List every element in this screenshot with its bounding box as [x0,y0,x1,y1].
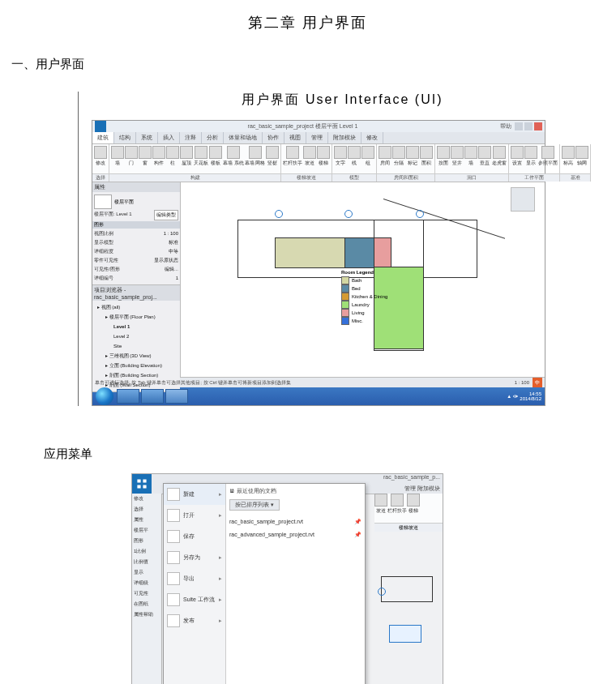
appmenu-item[interactable]: 另存为▸ [164,547,225,568]
ribbon-button[interactable]: 竖井 [451,146,464,167]
appmenu-item-label: 新建 [183,490,195,498]
edit-type-btn[interactable]: 编辑类型 [154,210,178,220]
ribbon-button[interactable]: 墙 [464,146,477,167]
status-left: 单击可进行选择; 按 Tab 键并单击可选择其他项目; 按 Ctrl 键并单击可… [95,378,291,387]
ribbon-button[interactable]: 文字 [334,146,347,167]
app-menu-corner[interactable] [95,121,106,132]
property-row[interactable]: 可见性/图形编辑... [94,265,178,274]
ribbon-tab[interactable]: 建筑 [92,132,114,143]
ribbon-tab[interactable]: 注释 [180,132,202,143]
pin-icon[interactable]: 📌 [354,528,361,541]
recent-file-row[interactable]: rac_basic_sample_project.rvt📌 [229,515,361,528]
appmenu-item-label: 打开 [183,511,195,519]
tool-icon [180,146,193,159]
canvas[interactable]: Room Legend BathBedKitchen & DiningLaund… [181,182,545,377]
ribbon-tab[interactable]: 结构 [114,132,136,143]
ribbon-button[interactable]: 垂直 [478,146,491,167]
task-item[interactable] [141,389,164,404]
export-icon [167,572,180,585]
ribbon-button[interactable]: 线 [348,146,361,167]
ribbon-button[interactable]: 幕墙 系统 [223,146,244,167]
property-row[interactable]: 视图比例1 : 100 [94,229,178,238]
ribbon-button[interactable]: 窗 [139,146,152,167]
viewcube[interactable] [511,187,535,212]
ribbon-tab[interactable]: 系统 [136,132,158,143]
ribbon-tab[interactable]: 修改 [361,132,383,143]
appmenu-item-label: 导出 [183,575,195,583]
ribbon-tab[interactable]: 协作 [263,132,284,143]
ribbon-button[interactable]: 栏杆扶手 [283,146,302,167]
recent-header-icon: 🗎 [229,488,235,494]
appmenu-item[interactable]: Suite 工作流▸ [164,589,225,610]
ribbon-button[interactable]: 组 [361,146,374,167]
tray-icon[interactable]: ▲ [507,394,511,399]
ribbon-button[interactable]: 天花板 [194,146,208,167]
ribbon-button[interactable]: 柱 [166,146,179,167]
ribbon-button[interactable]: 楼板 [209,146,222,167]
appmenu-item[interactable]: 发布▸ [164,610,225,631]
ribbon-tab[interactable]: 分析 [202,132,224,143]
ribbon-button[interactable]: 门 [125,146,138,167]
task-item[interactable] [165,389,188,404]
start-button[interactable] [96,387,113,405]
help-hint[interactable]: 帮助 [500,122,511,130]
ribbon-button[interactable]: 显示 [524,146,537,167]
tree-node[interactable]: ▸ 立面 (Building Elevation) [97,361,178,370]
leftstrip-label: 可见性 [132,588,161,599]
tree-node[interactable]: Level 2 [97,331,178,341]
tool-icon [166,146,179,159]
tree-node[interactable]: Site [97,341,178,351]
recent-file-row[interactable]: rac_advanced_sample_project.rvt📌 [229,528,361,541]
maximize-icon[interactable] [524,122,533,130]
tool-icon [317,146,330,159]
task-item[interactable] [117,389,139,404]
ime-indicator[interactable]: 中 [533,378,542,387]
ribbon-button[interactable]: 坡道 [374,494,387,523]
ribbon-button[interactable]: 楼梯 [317,146,330,167]
section-1-heading: 一、用户界面 [11,57,605,72]
ribbon-tab[interactable]: 视图 [284,132,306,143]
ribbon-button[interactable]: 设置 [511,146,524,167]
ribbon-button[interactable]: 轴网 [575,146,588,167]
ribbon-button[interactable]: 面积 [420,146,433,167]
ribbon-button[interactable]: 墙 [111,146,124,167]
ribbon-button[interactable]: 标高 [562,146,575,167]
tree-node[interactable]: ▸ 楼层平面 (Floor Plan) [97,312,178,322]
ribbon-tab[interactable]: 体量和场地 [224,132,263,143]
ribbon-button[interactable]: 标记 [406,146,419,167]
ribbon-button[interactable]: 老虎窗 [492,146,507,167]
ribbon-tab[interactable]: 附加模块 [328,132,361,143]
ribbon-button[interactable]: 修改 [94,146,107,167]
ribbon-button[interactable]: 参照平面 [538,146,558,167]
ribbon-button[interactable]: 幕墙 网格 [245,146,266,167]
minimize-icon[interactable] [515,122,523,130]
ribbon-button[interactable]: 竖梃 [266,146,279,167]
property-row[interactable]: 详细程度中等 [94,247,178,256]
ribbon-button[interactable]: 屋顶 [180,146,193,167]
pin-icon[interactable]: 📌 [354,515,361,528]
ribbon-button[interactable]: 楼梯 [407,494,420,523]
tree-node[interactable]: Level 1 [97,322,178,331]
appmenu-item[interactable]: 新建▸ [164,484,225,505]
property-row[interactable]: 详细编号1 [94,274,178,283]
tray-icon[interactable]: 🕪 [513,394,518,399]
close-icon[interactable] [534,122,542,130]
ribbon-button[interactable]: 按面 [437,146,450,167]
view-controls[interactable]: 1 : 100 [515,378,529,387]
ribbon-tab[interactable]: 插入 [158,132,180,143]
ribbon-tab[interactable]: 管理 [306,132,328,143]
recent-sort[interactable]: 按已排序列表 ▾ [229,499,280,511]
tree-node[interactable]: ▸ 视图 (all) [97,302,178,312]
ribbon-button[interactable]: 栏杆扶手 [387,494,407,523]
appmenu-item[interactable]: 导出▸ [164,568,225,589]
ribbon-button[interactable]: 构件 [152,146,165,167]
ribbon-button[interactable]: 坡道 [303,146,316,167]
ribbon-button[interactable]: 房间 [379,146,391,167]
app-menu-button[interactable] [132,474,152,494]
ribbon-button[interactable]: 分隔 [392,146,405,167]
appmenu-item[interactable]: 打开▸ [164,505,225,526]
property-row[interactable]: 显示模型标准 [94,238,178,247]
appmenu-item[interactable]: 保存 [164,526,225,547]
tree-node[interactable]: ▸ 三维视图 (3D View) [97,351,178,361]
property-row[interactable]: 零件可见性显示原状态 [94,256,178,265]
